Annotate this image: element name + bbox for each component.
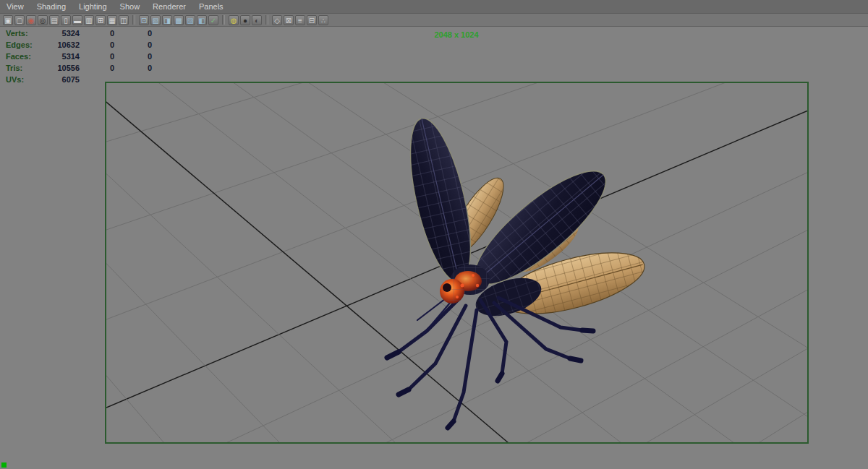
film-gate-icon[interactable]: ▯ — [61, 15, 71, 25]
image-plane-icon[interactable]: ▤ — [49, 15, 59, 25]
resolution-gate-icon[interactable]: ▬ — [72, 15, 82, 25]
safe-title-icon[interactable]: ◫ — [119, 15, 129, 25]
xray-icon[interactable]: ◇ — [272, 15, 282, 25]
menu-renderer[interactable]: Renderer — [153, 2, 186, 11]
hud-extra-faces: 0 — [114, 53, 152, 61]
toolbar-separator — [222, 15, 225, 25]
hud-value-tris: 10556 — [39, 64, 80, 72]
toolbar-separator — [132, 15, 135, 25]
shadows-icon[interactable]: ▨ — [185, 15, 195, 25]
hud-label-tris: Tris: — [6, 64, 39, 72]
hud-label-uvs: UVs: — [6, 76, 39, 84]
panel-icon-toolbar: ▣ ▢ ◉ ◎ ▤ ▯ ▬ ▥ ⊞ ▦ ◫ ⊡ ▧ ◨ ▩ ▨ ◧ ✓ ◍ ● … — [0, 14, 868, 27]
resolution-gate-readout: 2048 x 1024 — [434, 30, 478, 39]
menu-panels[interactable]: Panels — [199, 2, 224, 11]
textured-icon[interactable]: ◧ — [197, 15, 207, 25]
hud-label-verts: Verts: — [6, 30, 39, 38]
lock-camera-icon[interactable]: ▢ — [14, 15, 25, 25]
menu-lighting[interactable]: Lighting — [79, 2, 107, 11]
shaded-icon[interactable]: ● — [240, 15, 250, 25]
hud-value-faces: 5314 — [39, 53, 80, 61]
isolate-select-icon[interactable]: ⊠ — [284, 15, 294, 25]
camera-attributes-icon[interactable]: ◉ — [26, 15, 36, 25]
frame-all-icon[interactable]: ⊡ — [139, 15, 149, 25]
hud-sel-faces: 0 — [80, 53, 114, 61]
grease-pencil-icon[interactable]: ≡ — [295, 15, 305, 25]
panel-menu-bar: View Shading Lighting Show Renderer Pane… — [0, 0, 868, 14]
field-chart-icon[interactable]: ⊞ — [95, 15, 106, 25]
share-icon[interactable]: ∴ — [318, 15, 328, 25]
hud-extra-edges: 0 — [114, 41, 152, 49]
hud-extra-tris: 0 — [114, 64, 152, 72]
camera-view-frame[interactable] — [105, 82, 809, 444]
poly-count-hud: Verts: 5324 0 0 Edges: 10632 0 0 Faces: … — [6, 30, 152, 84]
hud-sel-verts: 0 — [80, 30, 114, 38]
menu-shading[interactable]: Shading — [37, 2, 66, 11]
status-indicator — [1, 462, 7, 468]
bookmarks-icon[interactable]: ◎ — [38, 15, 48, 25]
hud-sel-edges: 0 — [80, 41, 114, 49]
insect-model[interactable] — [387, 113, 650, 428]
toolbar-separator — [265, 15, 268, 25]
smooth-shaded-icon[interactable]: ◐ — [252, 15, 262, 25]
viewport-scene[interactable] — [106, 83, 807, 442]
maya-viewport-window: View Shading Lighting Show Renderer Pane… — [0, 0, 868, 469]
multisample-icon[interactable]: ✓ — [208, 15, 218, 25]
menu-view[interactable]: View — [7, 2, 24, 11]
hud-sel-tris: 0 — [80, 64, 114, 72]
all-lights-icon[interactable]: ▩ — [174, 15, 184, 25]
hud-label-edges: Edges: — [6, 41, 39, 49]
default-lighting-icon[interactable]: ◨ — [162, 15, 172, 25]
wireframe-icon[interactable]: ◍ — [229, 15, 239, 25]
hud-value-verts: 5324 — [39, 30, 80, 38]
hud-value-uvs: 6075 — [39, 76, 80, 84]
select-camera-icon[interactable]: ▣ — [3, 15, 13, 25]
perspective-viewport[interactable]: Verts: 5324 0 0 Edges: 10632 0 0 Faces: … — [0, 27, 868, 469]
hud-value-edges: 10632 — [39, 41, 80, 49]
safe-action-icon[interactable]: ▦ — [107, 15, 117, 25]
hud-extra-verts: 0 — [114, 30, 152, 38]
frame-selection-icon[interactable]: ▧ — [150, 15, 161, 25]
menu-show[interactable]: Show — [120, 2, 140, 11]
hud-label-faces: Faces: — [6, 53, 39, 61]
snapshot-icon[interactable]: ⊟ — [307, 15, 317, 25]
gate-mask-icon[interactable]: ▥ — [84, 15, 94, 25]
